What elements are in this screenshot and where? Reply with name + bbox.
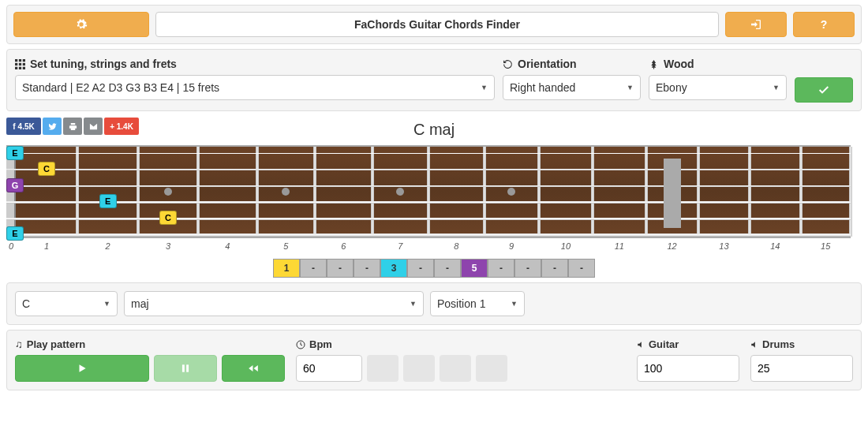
fret-number: 5	[257, 241, 316, 251]
svg-rect-7	[19, 66, 21, 69]
chevron-down-icon: ▼	[773, 84, 780, 91]
print-button[interactable]	[63, 118, 82, 135]
interval-cell[interactable]: -	[568, 259, 595, 278]
share-count-button[interactable]: + 1.4K	[104, 118, 139, 135]
tuning-label: Set tuning, strings and frets	[15, 58, 495, 70]
interval-cell[interactable]: -	[407, 259, 434, 278]
wood-select[interactable]: Ebony ▼	[649, 75, 787, 100]
svg-marker-13	[254, 365, 258, 372]
help-button[interactable]: ?	[793, 12, 855, 37]
fret-number: 7	[372, 241, 428, 251]
fretted-note[interactable]: C	[159, 211, 177, 225]
interval-cell[interactable]: -	[541, 259, 568, 278]
chevron-down-icon: ▼	[627, 84, 634, 91]
fret-wire	[196, 147, 200, 237]
fret-inlay	[282, 188, 290, 196]
fret-number: 4	[198, 241, 257, 251]
music-icon: ♫	[15, 338, 23, 350]
root-note-value: C	[22, 297, 30, 310]
interval-cell[interactable]: -	[514, 259, 541, 278]
fret-inlay	[507, 188, 515, 196]
interval-cell[interactable]: 5	[461, 259, 488, 278]
svg-rect-0	[15, 59, 17, 62]
guitar-volume-label: Guitar	[637, 338, 739, 350]
svg-marker-15	[638, 342, 642, 348]
fret-wire	[799, 147, 803, 237]
fret-numbers: 0123456789101112131415	[6, 241, 862, 251]
fret-wire	[256, 147, 259, 237]
orientation-select[interactable]: Right handed ▼	[503, 75, 641, 100]
root-note-select[interactable]: C ▼	[15, 291, 118, 316]
svg-rect-8	[23, 66, 25, 69]
fretted-note[interactable]: E	[99, 194, 117, 208]
svg-rect-4	[19, 62, 21, 65]
fret-wire	[697, 147, 700, 237]
tuning-select[interactable]: Standard | E2 A2 D3 G3 B3 E4 | 15 frets …	[15, 75, 495, 100]
fret-number: 3	[138, 241, 198, 251]
email-button[interactable]	[84, 118, 103, 135]
interval-cell[interactable]: -	[354, 259, 380, 278]
facebook-share-button[interactable]: f4.5K	[6, 118, 41, 135]
twitter-share-button[interactable]	[43, 118, 62, 135]
interval-cell[interactable]: 3	[380, 259, 407, 278]
settings-button[interactable]	[13, 12, 149, 37]
fret-inlay	[396, 188, 404, 196]
interval-cell[interactable]: -	[488, 259, 514, 278]
chord-type-value: maj	[131, 297, 149, 310]
apply-button[interactable]	[795, 77, 853, 103]
grid-icon	[15, 59, 25, 69]
string	[6, 201, 851, 204]
rewind-icon	[248, 363, 259, 374]
pause-icon	[180, 363, 191, 374]
svg-marker-16	[751, 342, 755, 348]
string	[6, 169, 851, 170]
interval-cell[interactable]: 1	[273, 259, 300, 278]
chevron-down-icon: ▼	[511, 300, 518, 308]
svg-marker-9	[80, 364, 86, 372]
fretted-note[interactable]: C	[38, 162, 55, 176]
bpm-input[interactable]	[296, 355, 362, 382]
gear-icon	[75, 18, 88, 31]
open-note[interactable]: E	[6, 226, 24, 241]
email-icon	[89, 122, 98, 131]
rotate-icon	[503, 59, 513, 69]
fret-inlay	[164, 188, 172, 196]
fretboard[interactable]: EGECEC	[6, 145, 851, 238]
open-note[interactable]: G	[6, 178, 24, 192]
beat-indicator	[403, 355, 435, 382]
interval-cell[interactable]: -	[300, 259, 327, 278]
fret-number: 11	[593, 241, 645, 251]
fret-wire	[137, 147, 140, 237]
drums-volume-input[interactable]	[750, 355, 853, 382]
bpm-label: Bpm	[296, 338, 612, 350]
interval-cell[interactable]: -	[327, 259, 354, 278]
guitar-volume-input[interactable]	[637, 355, 739, 382]
fret-wire	[537, 147, 541, 237]
settings-panel: Set tuning, strings and frets Standard |…	[6, 49, 862, 111]
fret-wire	[591, 147, 594, 237]
top-bar: FaChords Guitar Chords Finder ?	[6, 5, 862, 44]
fret-number: 8	[428, 241, 484, 251]
chevron-down-icon: ▼	[103, 300, 110, 308]
login-button[interactable]	[725, 12, 787, 37]
string	[6, 218, 851, 220]
volume-icon	[750, 341, 758, 349]
svg-rect-3	[15, 62, 17, 65]
svg-marker-12	[249, 365, 253, 372]
fret-number: 0	[6, 241, 16, 251]
fret-inlay-double	[664, 159, 681, 228]
open-note[interactable]: E	[6, 146, 24, 160]
interval-cell[interactable]: -	[434, 259, 461, 278]
svg-rect-2	[23, 59, 25, 62]
pause-button[interactable]	[154, 355, 217, 382]
svg-rect-10	[182, 364, 185, 372]
chord-type-select[interactable]: maj ▼	[124, 291, 424, 316]
fret-number: 2	[77, 241, 138, 251]
fret-number: 14	[750, 241, 800, 251]
position-select[interactable]: Position 1 ▼	[430, 291, 525, 316]
position-value: Position 1	[437, 297, 485, 310]
fret-number: 1	[16, 241, 77, 251]
fret-number: 10	[539, 241, 593, 251]
play-button[interactable]	[15, 355, 149, 382]
rewind-button[interactable]	[222, 355, 285, 382]
